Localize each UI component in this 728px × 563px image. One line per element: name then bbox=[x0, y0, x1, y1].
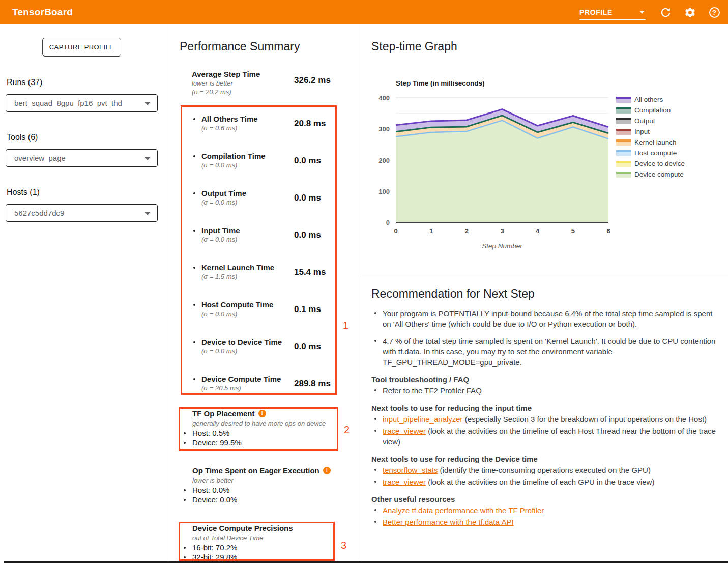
bullet-icon bbox=[184, 547, 186, 549]
trace-viewer-link[interactable]: trace_viewer bbox=[383, 477, 426, 486]
recommendation-bullet: 4.7 % of the total step time sampled is … bbox=[371, 335, 722, 368]
info-icon[interactable]: i bbox=[323, 467, 331, 474]
chart-legend: All others Compilation Output Input Kern… bbox=[616, 96, 685, 178]
dashboard-selector-value: PROFILE bbox=[579, 8, 613, 16]
metric-row: Compilation Time (σ = 0.0 ms) bbox=[201, 152, 293, 169]
tensorboard-profile-page: TensorBoard PROFILE ? CAPT bbox=[0, 0, 728, 563]
legend-swatch bbox=[616, 150, 631, 156]
precisions-subtitle: out of Total Device Time bbox=[192, 534, 293, 542]
bullet-icon bbox=[193, 267, 195, 269]
metric-value: 289.8 ms bbox=[294, 379, 331, 389]
metric-sigma: (σ = 0.6 ms) bbox=[201, 124, 293, 132]
sidebar: CAPTURE PROFILE Runs (37) bert_squad_8gp… bbox=[0, 24, 168, 563]
metric-sigma: (σ = 20.5 ms) bbox=[201, 384, 303, 392]
eager-execution-block: Op Time Spent on Eager Executioni lower … bbox=[192, 466, 331, 504]
tfdata-api-link[interactable]: Better performance with the tf.data API bbox=[383, 518, 514, 526]
metric-label: Device Compute Time bbox=[201, 375, 303, 383]
chevron-down-icon bbox=[145, 157, 150, 160]
input-tools-heading: Next tools to use for reducing the input… bbox=[371, 404, 722, 412]
dashboard-selector[interactable]: PROFILE bbox=[579, 5, 646, 20]
legend-item: Input bbox=[616, 128, 685, 135]
runs-select-value: bert_squad_8gpu_fp16_pvt_thd bbox=[14, 99, 122, 107]
tf-op-placement-block: TF Op Placementi generally desired to ha… bbox=[192, 409, 326, 447]
metric-label: Average Step Time bbox=[192, 70, 283, 78]
metric-value: 15.4 ms bbox=[294, 267, 326, 277]
runs-select[interactable]: bert_squad_8gpu_fp16_pvt_thd bbox=[6, 94, 158, 112]
step-time-chart: 01002003004000123456Step Time (in millis… bbox=[372, 76, 636, 252]
resource-item: Analyze tf.data performance with the TF … bbox=[371, 505, 722, 516]
settings-button[interactable] bbox=[683, 6, 696, 19]
step-time-graph-title: Step-time Graph bbox=[371, 40, 457, 53]
legend-item: Device to device bbox=[616, 160, 685, 167]
metric-label: Kernel Launch Time bbox=[201, 263, 293, 272]
metric-sigma: (σ = 0.0 ms) bbox=[201, 347, 303, 355]
metric-row: Input Time (σ = 0.0 ms) bbox=[201, 226, 293, 243]
recommendation-title: Recommendation for Next Step bbox=[371, 287, 722, 301]
tf-op-device-item: Device: 99.5% bbox=[192, 438, 326, 447]
bullet-icon bbox=[184, 432, 186, 434]
metric-sigma: (σ = 20.2 ms) bbox=[192, 88, 283, 96]
refresh-button[interactable] bbox=[659, 6, 672, 19]
bullet-icon bbox=[193, 155, 195, 157]
tf-op-placement-title: TF Op Placement bbox=[192, 409, 255, 418]
eager-subtitle: lower is better bbox=[192, 476, 331, 484]
tools-select-value: overview_page bbox=[14, 154, 66, 162]
bullet-icon bbox=[193, 341, 195, 343]
hosts-select[interactable]: 5627c5dd7dc9 bbox=[6, 204, 158, 222]
tfdata-profiler-link[interactable]: Analyze tf.data performance with the TF … bbox=[383, 506, 544, 515]
bullet-icon bbox=[193, 378, 195, 380]
legend-item: All others bbox=[616, 96, 685, 103]
metric-label: Input Time bbox=[201, 226, 293, 235]
tools-select[interactable]: overview_page bbox=[6, 149, 158, 167]
info-icon[interactable]: i bbox=[258, 410, 266, 417]
step-time-chart-svg: 01002003004000123456Step Time (in millis… bbox=[372, 76, 636, 252]
svg-text:200: 200 bbox=[378, 157, 390, 164]
metric-row: Device to Device Time (σ = 0.0 ms) bbox=[201, 337, 303, 355]
legend-item: Device compute bbox=[616, 171, 685, 178]
legend-swatch bbox=[616, 97, 631, 103]
svg-text:2: 2 bbox=[465, 227, 469, 235]
trace-viewer-link[interactable]: trace_viewer bbox=[383, 427, 426, 435]
metric-value: 20.8 ms bbox=[294, 119, 326, 129]
window-bottom-edge bbox=[4, 561, 728, 563]
metric-row: Host Compute Time (σ = 0.0 ms) bbox=[201, 300, 293, 318]
tf-op-host-item: Host: 0.5% bbox=[192, 429, 326, 437]
annotation-label-3: 3 bbox=[341, 540, 346, 551]
metric-label: Output Time bbox=[201, 189, 293, 198]
tf-op-placement-subtitle: generally desired to have more ops on de… bbox=[192, 419, 326, 427]
svg-text:5: 5 bbox=[571, 227, 575, 235]
capture-profile-button[interactable]: CAPTURE PROFILE bbox=[42, 38, 121, 57]
eager-host-item: Host: 0.0% bbox=[192, 486, 331, 494]
svg-text:6: 6 bbox=[606, 227, 610, 235]
help-button[interactable]: ? bbox=[708, 6, 721, 19]
avg-step-time-row: Average Step Time lower is better (σ = 2… bbox=[192, 70, 283, 96]
input-pipeline-analyzer-link[interactable]: input_pipeline_analyzer bbox=[383, 415, 463, 424]
hosts-select-value: 5627c5dd7dc9 bbox=[14, 209, 64, 217]
svg-text:0: 0 bbox=[394, 227, 397, 235]
bullet-icon bbox=[184, 556, 186, 558]
bullet-icon bbox=[193, 192, 195, 194]
legend-item: Kernel launch bbox=[616, 139, 685, 146]
help-icon: ? bbox=[709, 7, 720, 18]
legend-item: Compilation bbox=[616, 107, 685, 114]
metric-value: 0.0 ms bbox=[294, 342, 321, 352]
recommendation-section: Recommendation for Next Step Your progra… bbox=[371, 287, 722, 529]
step-time-panel: Step-time Graph 01002003004000123456Step… bbox=[362, 24, 728, 563]
metric-value: 326.2 ms bbox=[294, 75, 331, 86]
legend-swatch bbox=[616, 139, 631, 146]
tools-label: Tools (6) bbox=[7, 133, 38, 142]
tensorflow-stats-link[interactable]: tensorflow_stats bbox=[383, 466, 438, 474]
metric-row: Device Compute Time (σ = 20.5 ms) bbox=[201, 375, 303, 392]
legend-item: Host compute bbox=[616, 150, 685, 156]
gear-icon bbox=[684, 7, 696, 18]
svg-text:300: 300 bbox=[378, 125, 390, 133]
svg-text:1: 1 bbox=[429, 227, 433, 235]
bullet-icon bbox=[193, 304, 195, 306]
bullet-icon bbox=[184, 499, 186, 501]
runs-label: Runs (37) bbox=[7, 78, 42, 87]
device-tools-heading: Next tools to use for reducing the Devic… bbox=[371, 455, 722, 463]
metric-sigma: (σ = 0.0 ms) bbox=[201, 161, 293, 169]
annotation-label-1: 1 bbox=[343, 320, 348, 331]
svg-text:0: 0 bbox=[386, 219, 390, 227]
precision-32bit-item: 32-bit: 29.8% bbox=[192, 553, 293, 561]
